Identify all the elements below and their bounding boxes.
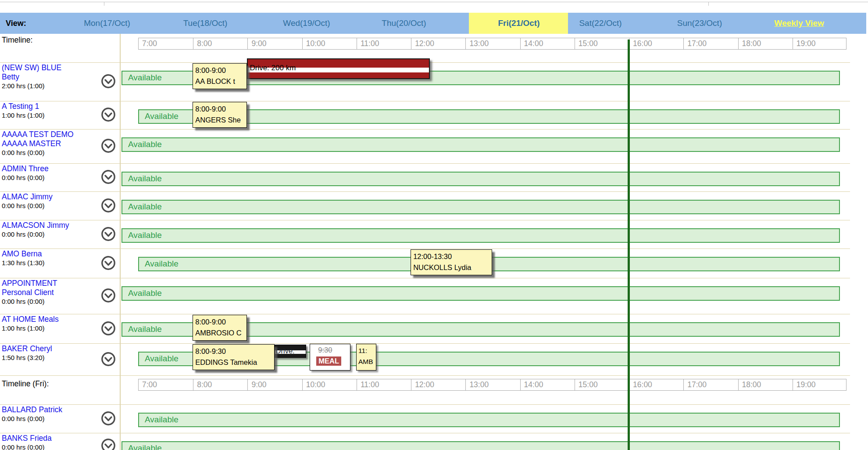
hour-cell: 19:00 [793,379,847,390]
row-expand-button[interactable] [101,411,116,426]
day-tab-mon[interactable]: Mon(17/Oct) [84,18,130,28]
caregiver-name-link[interactable]: ALMACSON Jimmy [2,221,79,230]
view-label: View: [6,19,26,28]
row-expand-button[interactable] [101,321,116,336]
day-tab-fri[interactable]: Fri(21/Oct) [498,18,539,28]
hour-cell: 15:00 [575,38,629,49]
chevron-down-icon [101,288,116,303]
hour-cell: 8:00 [193,38,247,49]
day-tab-wed[interactable]: Wed(19/Oct) [283,18,330,28]
caregiver-name-link[interactable]: ADMIN Three [2,164,79,173]
row-expand-button[interactable] [101,138,116,153]
availability-label: Available [139,414,839,426]
row-expand-button[interactable] [101,288,116,303]
caregiver-name-link[interactable]: A Testing 1 [2,102,79,111]
caregiver-name-link[interactable]: BALLARD Patrick [2,405,79,414]
hour-cell: 9:00 [247,379,302,390]
caregiver-hours: 0:00 hrs (0:00) [2,297,79,306]
appointment-time: 8:00-9:00 [195,104,244,114]
caregiver-name-link[interactable]: BAKER Cheryl [2,344,79,353]
meal-break-box[interactable]: 9:30MEAL [310,344,350,371]
row-divider [0,433,850,433]
row-expand-button[interactable] [101,256,116,270]
hour-cell: 19:00 [793,38,847,49]
day-tab-sat[interactable]: Sat(22/Oct) [579,18,622,28]
row-expand-button[interactable] [101,352,116,367]
drive-bar-black[interactable]: Drive: [275,345,306,358]
row-divider [0,404,850,405]
top-border-tick [104,2,104,6]
availability-bar[interactable]: Available [138,413,840,427]
caregiver-cell: (NEW SW) BLUE Betty2:00 hrs (1:00) [2,63,79,90]
top-border-tick [708,2,709,6]
row-divider [0,375,850,376]
row-expand-button[interactable] [101,198,116,213]
appointment-tooltip[interactable]: 8:00-9:00AMBROSIO C [193,315,247,341]
appointment-client: AA BLOCK t [195,76,244,87]
day-tab-sun[interactable]: Sun(23/Oct) [677,18,722,28]
hour-cell: 14:00 [520,38,575,49]
row-divider [0,163,850,164]
caregiver-name-link[interactable]: APPOINTMENT Personal Client [2,279,79,297]
drive-bar[interactable]: Drive: 200 km [247,58,429,79]
caregiver-cell: AMO Berna1:30 hrs (1:30) [2,249,79,267]
row-divider [0,248,850,249]
caregiver-name-link[interactable]: AMO Berna [2,249,79,259]
availability-label: Available [122,173,839,185]
day-tab-tue[interactable]: Tue(18/Oct) [183,18,228,28]
hour-cell: 16:00 [629,379,683,390]
caregiver-cell: ALMACSON Jimmy0:00 hrs (0:00) [2,221,79,239]
caregiver-name-link[interactable]: BANKS Frieda [2,434,79,443]
row-expand-button[interactable] [101,74,116,89]
drive-label: Drive: [276,347,295,355]
chevron-down-icon [101,321,116,336]
appointment-mini-box[interactable]: 11:AMB [356,344,376,371]
row-expand-button[interactable] [101,227,116,241]
hour-cell: 11:00 [357,379,411,390]
appointment-time: 8:00-9:00 [195,317,244,327]
meal-time-struck: 9:30 [318,346,350,354]
availability-bar[interactable]: Available [121,137,840,152]
view-header-bar: View: Weekly View Mon(17/Oct)Tue(18/Oct)… [0,13,866,34]
timeline-hours-top: 7:008:009:0010:0011:0012:0013:0014:0015:… [138,38,847,50]
caregiver-name-link[interactable]: AAAAA TEST DEMO AAAAA MASTER [2,130,79,148]
row-expand-button[interactable] [101,169,116,184]
hour-cell: 10:00 [302,38,357,49]
chevron-down-icon [101,352,116,367]
caregiver-name-link[interactable]: (NEW SW) BLUE Betty [2,63,79,82]
appointment-time: 8:00-9:30 [195,346,271,356]
weekly-view-link[interactable]: Weekly View [774,18,824,28]
mini-client: AMB [358,356,376,367]
row-divider [0,278,850,278]
availability-bar[interactable]: Available [121,228,840,243]
appointment-tooltip[interactable]: 8:00-9:00ANGERS She [193,102,247,128]
caregiver-name-link[interactable]: AT HOME Meals [2,315,79,324]
caregiver-hours: 0:00 hrs (0:00) [2,173,79,182]
appointment-tooltip[interactable]: 8:00-9:00AA BLOCK t [193,63,247,89]
availability-label: Available [122,229,839,241]
caregiver-hours: 1:00 hrs (1:00) [2,111,79,120]
chevron-down-icon [101,138,116,153]
hour-cell: 12:00 [411,38,465,49]
row-expand-button[interactable] [101,438,116,450]
caregiver-name-link[interactable]: ALMAC Jimmy [2,192,79,202]
caregiver-hours: 1:50 hrs (3:20) [2,353,79,362]
page-top-border [0,2,868,2]
day-tab-thu[interactable]: Thu(20/Oct) [382,18,426,28]
row-expand-button[interactable] [101,107,116,122]
caregiver-cell: BANKS Frieda0:00 hrs (0:00) [2,434,79,450]
hour-cell: 17:00 [683,379,738,390]
caregiver-cell: BAKER Cheryl1:50 hrs (3:20) [2,344,79,362]
row-divider [0,220,850,220]
availability-bar[interactable]: Available [121,441,840,450]
caregiver-hours: 0:00 hrs (0:00) [2,202,79,210]
hour-cell: 16:00 [629,38,683,49]
availability-bar[interactable]: Available [121,286,840,301]
availability-bar[interactable]: Available [121,200,840,214]
caregiver-cell: AAAAA TEST DEMO AAAAA MASTER0:00 hrs (0:… [2,130,79,157]
appointment-tooltip[interactable]: 12:00-13:30NUCKOLLS Lydia [411,249,492,275]
appointment-tooltip[interactable]: 8:00-9:30EDDINGS Tamekia [193,344,274,370]
chevron-down-icon [101,107,116,122]
chevron-down-icon [101,411,116,426]
availability-bar[interactable]: Available [121,172,840,186]
